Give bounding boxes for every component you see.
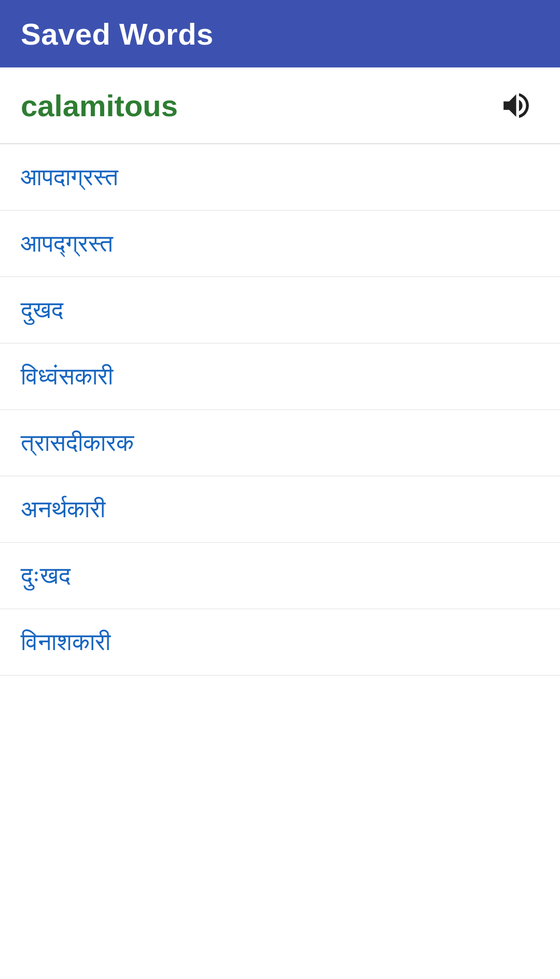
translations-list: आपदाग्रस्तआपद्ग्रस्तदुखदविध्वंसकारीत्रास…	[0, 144, 560, 675]
translation-text: अनर्थकारी	[21, 495, 105, 523]
speaker-icon	[499, 89, 533, 122]
translation-text: विनाशकारी	[21, 628, 110, 656]
main-word-row: calamitous	[0, 67, 560, 144]
content-area: calamitous आपदाग्रस्तआपद्ग्रस्तदुखदविध्व…	[0, 67, 560, 779]
translation-row: आपदाग्रस्त	[0, 144, 560, 211]
translation-row: विध्वंसकारी	[0, 343, 560, 410]
translation-row: विनाशकारी	[0, 609, 560, 675]
page-title: Saved Words	[21, 17, 214, 51]
translation-text: दुःखद	[21, 561, 71, 590]
translation-text: आपदाग्रस्त	[21, 163, 118, 191]
speaker-button[interactable]	[498, 87, 534, 123]
translation-text: विध्वंसकारी	[21, 362, 113, 391]
translation-row: दुखद	[0, 277, 560, 343]
translation-text: दुखद	[21, 296, 63, 324]
translation-row: अनर्थकारी	[0, 476, 560, 543]
translation-text: त्रासदीकारक	[21, 429, 134, 457]
main-word: calamitous	[21, 88, 178, 123]
translation-row: त्रासदीकारक	[0, 410, 560, 476]
app-header: Saved Words	[0, 0, 560, 67]
translation-row: दुःखद	[0, 543, 560, 609]
bottom-spacer	[0, 675, 560, 779]
translation-text: आपद्ग्रस्त	[21, 229, 113, 258]
translation-row: आपद्ग्रस्त	[0, 211, 560, 277]
